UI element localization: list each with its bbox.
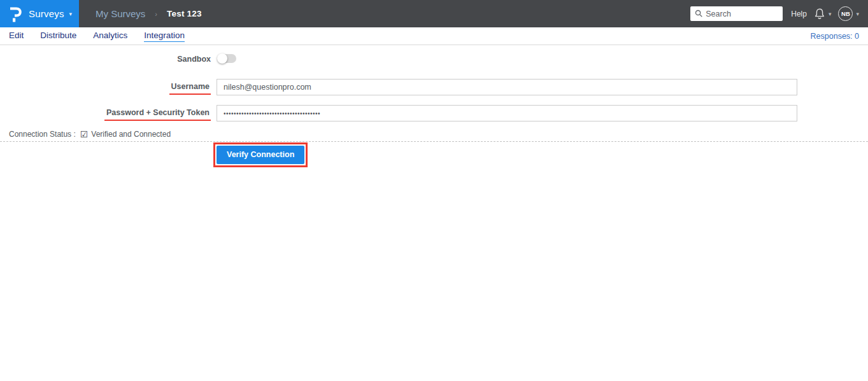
- username-label: Username: [169, 82, 211, 95]
- breadcrumb-current-survey: Test 123: [167, 9, 202, 18]
- chevron-down-icon[interactable]: ▾: [829, 11, 832, 17]
- checked-checkbox-icon: ☑: [80, 129, 89, 139]
- header-actions: Help ▾ NB ▾: [690, 6, 868, 21]
- avatar[interactable]: NB: [838, 6, 853, 21]
- tab-edit[interactable]: Edit: [9, 31, 24, 41]
- notifications-bell-icon[interactable]: [814, 8, 825, 20]
- search-input[interactable]: [706, 10, 778, 18]
- verify-connection-button[interactable]: Verify Connection: [217, 146, 304, 164]
- questionpro-logo-icon: [8, 4, 22, 23]
- tab-distribute[interactable]: Distribute: [40, 31, 76, 41]
- connection-status: Connection Status : ☑ Verified and Conne…: [9, 129, 171, 139]
- search-icon: [695, 10, 703, 18]
- integration-panel: Sandbox Username Password + Security Tok…: [0, 45, 868, 380]
- password-security-token-label: Password + Security Token: [104, 108, 211, 121]
- help-link[interactable]: Help: [791, 10, 807, 18]
- product-switcher[interactable]: Surveys ▾: [0, 0, 79, 27]
- breadcrumb-my-surveys[interactable]: My Surveys: [96, 8, 145, 19]
- sandbox-label: Sandbox: [0, 55, 211, 64]
- chevron-down-icon[interactable]: ▾: [856, 11, 859, 17]
- username-input[interactable]: [217, 79, 797, 95]
- password-input[interactable]: [217, 105, 797, 121]
- toggle-knob: [217, 53, 227, 64]
- breadcrumb: My Surveys › Test 123: [96, 8, 202, 19]
- responses-count[interactable]: Responses: 0: [811, 32, 859, 41]
- tab-analytics[interactable]: Analytics: [93, 31, 127, 41]
- chevron-down-icon: ▾: [69, 11, 73, 17]
- tab-integration[interactable]: Integration: [144, 31, 185, 42]
- divider: [0, 141, 868, 142]
- product-label: Surveys: [29, 8, 64, 19]
- breadcrumb-separator-icon: ›: [155, 10, 157, 18]
- sandbox-toggle[interactable]: [217, 53, 236, 64]
- top-header: Surveys ▾ My Surveys › Test 123 Help ▾ N…: [0, 0, 868, 27]
- connection-status-label: Connection Status :: [9, 130, 76, 139]
- survey-tabbar: Edit Distribute Analytics Integration Re…: [0, 27, 868, 45]
- annotation-highlight-box: Verify Connection: [213, 142, 308, 167]
- connection-status-value: Verified and Connected: [91, 130, 171, 139]
- search-box[interactable]: [690, 6, 783, 21]
